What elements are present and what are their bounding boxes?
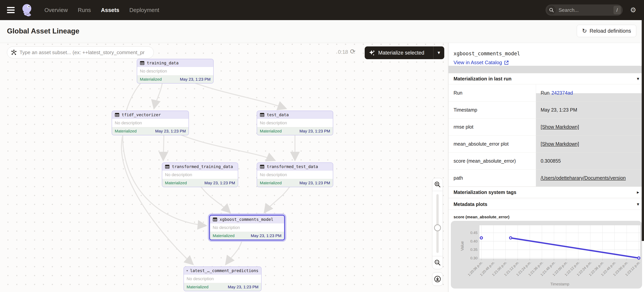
zoom-out-button[interactable] [432, 256, 443, 269]
refresh-icon[interactable]: ⟳ [350, 48, 356, 55]
table-icon [140, 61, 144, 65]
download-icon [434, 275, 441, 283]
filter-placeholder: Type an asset subset... (ex: ++latest_st… [20, 50, 144, 56]
table-icon [260, 164, 264, 169]
page-title: Global Asset Lineage [7, 27, 80, 35]
section-materialization-system-tags[interactable]: Materialization system tags ▸ [448, 187, 644, 198]
metadata-row-mean-absolute-error-plot: mean_absolute_error plot [Show Markdown] [448, 136, 644, 153]
asset-node-xgboost-comments-model[interactable]: xgboost_comments_model No description Ma… [209, 215, 285, 240]
metadata-label: mean_absolute_error plot [448, 136, 536, 152]
node-description: No description [210, 223, 284, 232]
view-in-asset-catalog-link[interactable]: View in Asset Catalog [454, 60, 508, 66]
panel-asset-title: xgboost_comments_model [454, 51, 520, 57]
node-description: No description [112, 119, 188, 127]
asset-node-transformed-training-data[interactable]: transformed_training_data No description… [162, 162, 238, 187]
external-link-icon [504, 60, 508, 65]
graph-zoom-controls [432, 178, 443, 269]
metadata-row-rmse-plot: rmse plot [Show Markdown] [448, 119, 644, 136]
reload-icon: ↻ [582, 28, 587, 34]
zoom-slider[interactable] [432, 191, 443, 256]
node-description: No description [184, 274, 261, 283]
page-scrollbar[interactable] [642, 20, 644, 241]
metadata-value: [Show Markdown] [536, 136, 644, 152]
node-status: Materialized [165, 181, 187, 185]
metadata-value: /Users/odetteharary/Documents/version [536, 170, 644, 186]
asset-node-latest-comment-predictions[interactable]: latest_…_comment_predictions No descript… [184, 266, 262, 291]
node-status: Materialized [260, 129, 282, 133]
score-chart: 1:20:36 p.m.1:20:48 p.m.1:21:00 p.m.1:21… [451, 221, 642, 288]
metadata-value: 0.300855 [536, 153, 644, 169]
node-description: No description [257, 119, 333, 127]
run-link[interactable]: 242374ad [552, 90, 573, 96]
hamburger-menu-icon[interactable] [7, 6, 15, 15]
metadata-value: [Show Markdown] [536, 119, 644, 135]
show-markdown-link[interactable]: [Show Markdown] [541, 141, 579, 147]
node-timestamp: May 23, 1:23 PM [180, 77, 210, 82]
download-graph-button[interactable] [432, 272, 443, 286]
nav-item-deployment[interactable]: Deployment [130, 7, 159, 13]
node-status: Materialized [213, 233, 234, 238]
chevron-down-icon: ▾ [637, 201, 639, 207]
nav-item-overview[interactable]: Overview [44, 7, 68, 13]
chevron-down-icon: ▾ [637, 76, 639, 81]
svg-text:Value: Value [460, 241, 464, 251]
nav-item-assets[interactable]: Assets [101, 7, 119, 13]
asset-node-transformed-test-data[interactable]: transformed_test_data No description Mat… [257, 162, 333, 187]
reload-definitions-button[interactable]: ↻ Reload definitions [577, 25, 636, 37]
sparkle-icon [368, 49, 376, 56]
node-status: Materialized [140, 77, 162, 82]
node-description: No description [162, 171, 238, 179]
asset-node-training-data[interactable]: training_data No description Materialize… [137, 59, 214, 84]
path-link[interactable]: /Users/odetteharary/Documents/version [541, 175, 626, 181]
show-markdown-link[interactable]: [Show Markdown] [541, 124, 579, 130]
node-status: Materialized [186, 285, 208, 289]
page-header: Global Asset Lineage ↻ Reload definition… [0, 20, 644, 43]
panel-gray-strip [448, 66, 644, 73]
metadata-label: path [448, 170, 536, 186]
node-timestamp: May 23, 1:23 PM [300, 181, 330, 185]
asset-details-panel: xgboost_comments_model View in Asset Cat… [448, 43, 644, 292]
node-timestamp: May 23, 1:23 PM [228, 285, 258, 289]
metadata-row-run: Run Run 242374ad [448, 85, 644, 102]
svg-text:0.40: 0.40 [470, 239, 478, 243]
metadata-row-timestamp: Timestamp May 23, 1:23 PM [448, 102, 644, 119]
section-materialization-in-last-run[interactable]: Materialization in last run ▾ [448, 73, 644, 84]
chart-title: score (mean_absolute_error) [454, 215, 509, 219]
table-icon [165, 164, 170, 169]
zoom-slider-thumb[interactable] [434, 224, 441, 231]
score-line-chart: 1:20:36 p.m.1:20:48 p.m.1:21:00 p.m.1:21… [451, 221, 642, 288]
metadata-label: rmse plot [448, 119, 536, 135]
node-timestamp: May 23, 1:23 PM [155, 129, 186, 133]
materialize-dropdown-caret[interactable]: ▼ [434, 50, 444, 55]
nav-items: Overview Runs Assets Deployment [44, 7, 159, 13]
materialize-selected-button[interactable]: Materialize selected ▼ [365, 46, 444, 59]
asset-node-test-data[interactable]: test_data No description MaterializedMay… [257, 111, 333, 135]
table-icon [213, 217, 217, 222]
metadata-value: Run 242374ad [536, 85, 644, 101]
table-icon [115, 113, 119, 117]
chevron-right-icon: ▸ [637, 189, 639, 195]
nav-item-runs[interactable]: Runs [78, 7, 91, 13]
search-placeholder: Search... [558, 7, 614, 13]
metadata-label: Timestamp [448, 102, 536, 118]
svg-text:0.30: 0.30 [470, 256, 478, 260]
metadata-value: May 23, 1:23 PM [536, 102, 644, 118]
node-description: No description [137, 67, 213, 75]
refresh-timer: 0:18 [331, 49, 348, 55]
asset-node-tfidf-vectorizer[interactable]: tfidf_vectorizer No description Material… [112, 111, 189, 135]
node-status: Materialized [260, 181, 282, 185]
asset-subset-filter-input[interactable]: Type an asset subset... (ex: ++latest_st… [7, 46, 154, 58]
metadata-label: score (mean_absolute_error) [448, 153, 536, 169]
node-timestamp: May 23, 1:23 PM [204, 181, 235, 185]
metadata-row-score: score (mean_absolute_error) 0.300855 [448, 153, 644, 170]
metadata-label: Run [448, 85, 536, 101]
settings-gear-icon[interactable]: ⚙ [630, 7, 636, 14]
dagster-logo[interactable] [21, 4, 33, 17]
section-metadata-plots[interactable]: Metadata plots ▾ [448, 199, 644, 210]
search-input[interactable]: Search... / [546, 5, 623, 16]
zoom-slider-track[interactable] [436, 194, 439, 253]
node-timestamp: May 23, 1:23 PM [251, 233, 282, 238]
zoom-in-button[interactable] [432, 178, 443, 191]
asset-lineage-graph[interactable]: Type an asset subset... (ex: ++latest_st… [0, 43, 448, 292]
node-status: Materialized [115, 129, 136, 133]
